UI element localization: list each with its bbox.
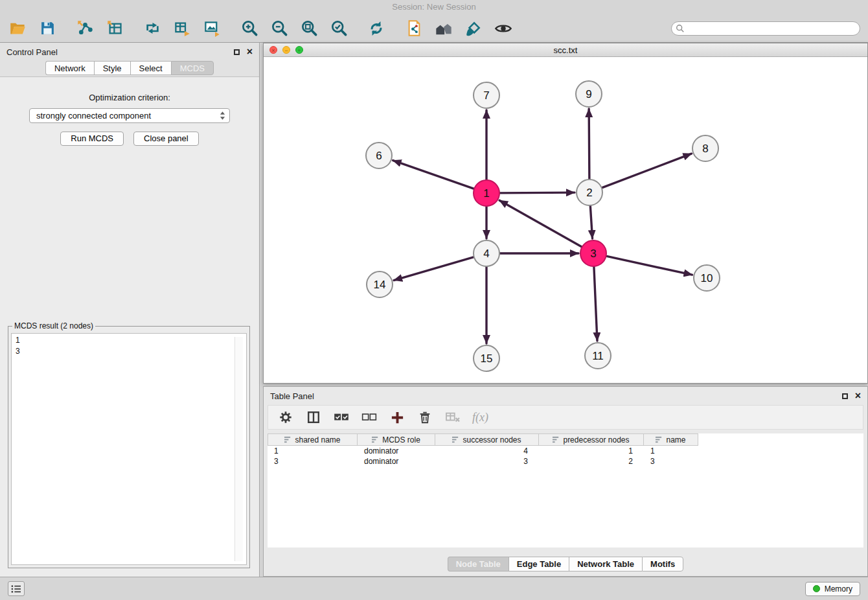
table-cell[interactable]: 1 <box>539 446 644 456</box>
search-input[interactable] <box>671 21 860 36</box>
graph-edge-2-3[interactable] <box>590 206 592 238</box>
graph-edge-4-14[interactable] <box>394 257 474 281</box>
tab-edge-table[interactable]: Edge Table <box>508 557 569 571</box>
memory-button-label: Memory <box>825 584 852 594</box>
clone-network-icon <box>405 19 423 37</box>
search-field-wrap <box>671 21 860 36</box>
show-details-button[interactable] <box>494 19 513 38</box>
column-header-name[interactable]: name <box>644 433 698 446</box>
table-cell[interactable]: 3 <box>435 456 539 467</box>
task-history-button[interactable] <box>8 581 25 596</box>
export-table-icon <box>174 19 191 37</box>
mcds-result-list[interactable]: 13 <box>11 333 247 565</box>
table-settings-button[interactable] <box>277 409 294 426</box>
result-scrollbar[interactable] <box>234 337 243 561</box>
create-column-button[interactable] <box>389 409 405 426</box>
graph-node-2[interactable]: 2 <box>577 179 602 205</box>
graph-node-10[interactable]: 10 <box>694 265 720 291</box>
table-cell[interactable]: 1 <box>268 446 358 456</box>
tab-network[interactable]: Network <box>45 61 94 75</box>
graph-node-14[interactable]: 14 <box>367 271 393 297</box>
table-cell[interactable]: 2 <box>539 456 644 467</box>
column-header-predecessor-nodes[interactable]: predecessor nodes <box>539 433 644 446</box>
tab-style[interactable]: Style <box>94 61 130 75</box>
graph-edge-1-2[interactable] <box>500 192 575 193</box>
close-panel-icon[interactable]: × <box>247 48 253 56</box>
run-mcds-button[interactable]: Run MCDS <box>60 132 124 146</box>
select-all-columns-button[interactable] <box>333 409 350 426</box>
node-label: 9 <box>586 88 591 100</box>
zoom-in-button[interactable] <box>240 19 259 38</box>
criterion-select[interactable]: strongly connected component <box>29 108 230 123</box>
save-icon <box>40 20 56 36</box>
table-cell[interactable]: 3 <box>644 456 698 467</box>
float-panel-icon[interactable] <box>234 49 240 55</box>
deselect-all-columns-button[interactable] <box>361 409 378 426</box>
float-table-panel-icon[interactable] <box>842 393 848 399</box>
import-table-button[interactable] <box>105 19 124 38</box>
export-image-button[interactable] <box>202 19 222 38</box>
graph-edge-2-9[interactable] <box>589 109 589 179</box>
column-header-MCDS-role[interactable]: MCDS role <box>358 433 435 446</box>
graph-node-1[interactable]: 1 <box>474 180 499 206</box>
minimize-window-button[interactable]: − <box>282 46 290 54</box>
tab-mcds[interactable]: MCDS <box>171 61 214 75</box>
graph-edge-1-6[interactable] <box>393 161 474 189</box>
node-label: 8 <box>702 143 708 155</box>
clone-network-button[interactable] <box>404 19 424 38</box>
graph-node-4[interactable]: 4 <box>474 240 499 266</box>
node-label: 6 <box>376 150 382 162</box>
table-row[interactable]: 1dominator411 <box>268 446 863 456</box>
graph-node-11[interactable]: 11 <box>585 343 611 369</box>
tab-motifs[interactable]: Motifs <box>642 557 683 571</box>
network-window-titlebar: × − + scc.txt <box>264 43 867 57</box>
zoom-out-button[interactable] <box>269 19 289 38</box>
close-panel-button[interactable]: Close panel <box>133 132 199 146</box>
zoom-fit-button[interactable] <box>299 19 319 38</box>
graph-edge-3-10[interactable] <box>607 256 692 275</box>
tab-network-table[interactable]: Network Table <box>569 557 642 571</box>
graph-node-6[interactable]: 6 <box>366 143 392 168</box>
function-builder-button[interactable]: f(x) <box>472 409 488 426</box>
graph-edge-2-8[interactable] <box>602 154 692 187</box>
close-window-button[interactable]: × <box>269 46 277 54</box>
maximize-window-button[interactable]: + <box>295 46 303 54</box>
control-panel: Control Panel × NetworkStyleSelectMCDS O… <box>0 43 260 577</box>
apply-layout-button[interactable] <box>367 19 386 38</box>
graph-node-9[interactable]: 9 <box>576 81 602 107</box>
table-cell[interactable]: dominator <box>358 456 435 467</box>
network-canvas[interactable]: 7968124314101511 <box>264 57 867 383</box>
tab-node-table[interactable]: Node Table <box>448 557 508 571</box>
delete-column-button[interactable] <box>417 409 433 426</box>
new-network-button[interactable] <box>143 19 162 38</box>
open-session-button[interactable] <box>8 19 27 38</box>
table-cell[interactable]: 1 <box>644 446 698 456</box>
show-columns-button[interactable] <box>305 409 322 426</box>
table-cell[interactable]: 4 <box>435 446 539 456</box>
zoom-selected-button[interactable] <box>329 19 348 38</box>
column-header-successor-nodes[interactable]: successor nodes <box>435 433 539 446</box>
column-header-shared-name[interactable]: shared name <box>268 433 358 446</box>
graph-edge-3-1[interactable] <box>499 200 582 246</box>
home-button[interactable] <box>434 19 453 38</box>
fx-icon: f(x) <box>472 411 488 424</box>
style-brush-button[interactable] <box>464 19 483 38</box>
graph-node-3[interactable]: 3 <box>580 240 606 266</box>
export-table-button[interactable] <box>172 19 192 38</box>
graph-node-15[interactable]: 15 <box>474 345 499 371</box>
table-cell[interactable]: dominator <box>358 446 435 456</box>
graph-edge-3-11[interactable] <box>594 267 597 341</box>
graph-node-7[interactable]: 7 <box>474 82 499 108</box>
graph-node-8[interactable]: 8 <box>692 135 718 161</box>
node-label: 11 <box>592 350 604 362</box>
sort-icon <box>656 436 663 443</box>
memory-button[interactable]: Memory <box>805 582 860 596</box>
close-table-panel-icon[interactable]: × <box>855 392 861 400</box>
delete-table-button[interactable] <box>444 409 461 426</box>
import-network-button[interactable] <box>75 19 95 38</box>
tab-select[interactable]: Select <box>130 61 171 75</box>
save-session-button[interactable] <box>38 19 57 38</box>
table-cell[interactable]: 3 <box>268 456 358 467</box>
table-row[interactable]: 3dominator323 <box>268 456 863 467</box>
network-view-window: × − + scc.txt 7968124314101511 <box>263 43 868 384</box>
